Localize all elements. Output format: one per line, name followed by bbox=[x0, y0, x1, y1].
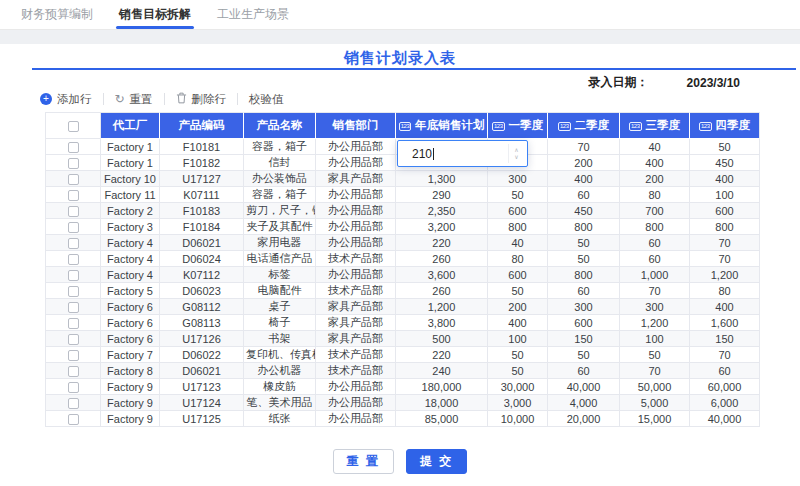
cell-code[interactable]: K07112 bbox=[160, 267, 244, 283]
cell-annual[interactable]: 1,300 bbox=[396, 171, 488, 187]
cell-q2[interactable]: 800 bbox=[548, 267, 620, 283]
cell-name[interactable]: 办公装饰品 bbox=[244, 171, 316, 187]
cell-name[interactable]: 标签 bbox=[244, 267, 316, 283]
cell-dept[interactable]: 办公用品部 bbox=[316, 411, 396, 427]
cell-q3[interactable]: 60 bbox=[620, 251, 690, 267]
row-checkbox[interactable] bbox=[68, 414, 79, 425]
cell-name[interactable]: 椅子 bbox=[244, 315, 316, 331]
row-checkbox[interactable] bbox=[68, 190, 79, 201]
number-stepper[interactable]: ∧ ∨ bbox=[508, 144, 524, 163]
cell-dept[interactable]: 家具产品部 bbox=[316, 331, 396, 347]
cell-q4[interactable]: 70 bbox=[690, 235, 760, 251]
cell-q2[interactable]: 60 bbox=[548, 283, 620, 299]
row-checkbox[interactable] bbox=[68, 286, 79, 297]
cell-q4[interactable]: 400 bbox=[690, 171, 760, 187]
cell-q4[interactable]: 1,200 bbox=[690, 267, 760, 283]
stepper-down-icon[interactable]: ∨ bbox=[514, 154, 518, 160]
cell-dept[interactable]: 技术产品部 bbox=[316, 283, 396, 299]
cell-q3[interactable]: 800 bbox=[620, 219, 690, 235]
row-checkbox[interactable] bbox=[68, 398, 79, 409]
cell-q4[interactable]: 6,000 bbox=[690, 395, 760, 411]
row-checkbox[interactable] bbox=[68, 302, 79, 313]
cell-code[interactable]: D06021 bbox=[160, 235, 244, 251]
cell-factory[interactable]: Factory 9 bbox=[101, 411, 160, 427]
row-checkbox[interactable] bbox=[68, 238, 79, 249]
cell-q2[interactable]: 50 bbox=[548, 347, 620, 363]
cell-factory[interactable]: Factory 9 bbox=[101, 395, 160, 411]
cell-q3[interactable]: 70 bbox=[620, 283, 690, 299]
cell-code[interactable]: F10181 bbox=[160, 139, 244, 155]
cell-q2[interactable]: 60 bbox=[548, 187, 620, 203]
cell-factory[interactable]: Factory 7 bbox=[101, 347, 160, 363]
cell-q1[interactable]: 200 bbox=[488, 299, 548, 315]
cell-name[interactable]: 复印机、传真机 bbox=[244, 347, 316, 363]
cell-q3[interactable]: 1,000 bbox=[620, 267, 690, 283]
stepper-up-icon[interactable]: ∧ bbox=[514, 147, 518, 153]
cell-name[interactable]: 夹子及其配件 bbox=[244, 219, 316, 235]
cell-dept[interactable]: 办公用品部 bbox=[316, 379, 396, 395]
cell-code[interactable]: U17123 bbox=[160, 379, 244, 395]
cell-factory[interactable]: Factory 11 bbox=[101, 187, 160, 203]
cell-q1[interactable]: 100 bbox=[488, 331, 548, 347]
row-checkbox[interactable] bbox=[68, 366, 79, 377]
cell-annual[interactable]: 180,000 bbox=[396, 379, 488, 395]
cell-dept[interactable]: 办公用品部 bbox=[316, 219, 396, 235]
cell-annual[interactable]: 18,000 bbox=[396, 395, 488, 411]
cell-dept[interactable]: 办公用品部 bbox=[316, 187, 396, 203]
tab-工业生产场景[interactable]: 工业生产场景 bbox=[204, 0, 302, 29]
cell-factory[interactable]: Factory 8 bbox=[101, 363, 160, 379]
cell-q3[interactable]: 80 bbox=[620, 187, 690, 203]
delete-row-button[interactable]: 删除行 bbox=[176, 92, 227, 107]
cell-q2[interactable]: 60 bbox=[548, 363, 620, 379]
cell-name[interactable]: 书架 bbox=[244, 331, 316, 347]
cell-q4[interactable]: 50 bbox=[690, 139, 760, 155]
cell-name[interactable]: 桌子 bbox=[244, 299, 316, 315]
cell-q2[interactable]: 200 bbox=[548, 155, 620, 171]
cell-q4[interactable]: 60 bbox=[690, 363, 760, 379]
cell-annual[interactable]: 3,200 bbox=[396, 219, 488, 235]
cell-dept[interactable]: 家具产品部 bbox=[316, 299, 396, 315]
cell-factory[interactable]: Factory 4 bbox=[101, 251, 160, 267]
annual-plan-cell-editor[interactable]: 210 ∧ ∨ bbox=[397, 140, 528, 167]
cell-factory[interactable]: Factory 5 bbox=[101, 283, 160, 299]
cell-q3[interactable]: 50,000 bbox=[620, 379, 690, 395]
cell-q4[interactable]: 600 bbox=[690, 203, 760, 219]
cell-q1[interactable]: 30,000 bbox=[488, 379, 548, 395]
cell-annual[interactable]: 220 bbox=[396, 235, 488, 251]
cell-q3[interactable]: 100 bbox=[620, 331, 690, 347]
cell-annual[interactable]: 220 bbox=[396, 347, 488, 363]
cell-q1[interactable]: 3,000 bbox=[488, 395, 548, 411]
cell-q3[interactable]: 1,200 bbox=[620, 315, 690, 331]
select-all-checkbox[interactable] bbox=[68, 121, 79, 132]
cell-name[interactable]: 剪刀，尺子，锯 bbox=[244, 203, 316, 219]
cell-annual[interactable]: 2,350 bbox=[396, 203, 488, 219]
cell-annual[interactable]: 500 bbox=[396, 331, 488, 347]
row-checkbox[interactable] bbox=[68, 382, 79, 393]
cell-dept[interactable]: 技术产品部 bbox=[316, 251, 396, 267]
cell-q4[interactable]: 800 bbox=[690, 219, 760, 235]
cell-dept[interactable]: 技术产品部 bbox=[316, 363, 396, 379]
submit-button[interactable]: 提 交 bbox=[406, 449, 467, 474]
cell-q3[interactable]: 700 bbox=[620, 203, 690, 219]
row-checkbox[interactable] bbox=[68, 206, 79, 217]
cell-code[interactable]: D06023 bbox=[160, 283, 244, 299]
cell-dept[interactable]: 办公用品部 bbox=[316, 267, 396, 283]
cell-q2[interactable]: 400 bbox=[548, 171, 620, 187]
row-checkbox[interactable] bbox=[68, 222, 79, 233]
cell-q3[interactable]: 60 bbox=[620, 235, 690, 251]
cell-annual[interactable]: 3,600 bbox=[396, 267, 488, 283]
cell-q2[interactable]: 600 bbox=[548, 315, 620, 331]
cell-q2[interactable]: 4,000 bbox=[548, 395, 620, 411]
cell-code[interactable]: U17125 bbox=[160, 411, 244, 427]
cell-factory[interactable]: Factory 6 bbox=[101, 315, 160, 331]
cell-annual[interactable]: 85,000 bbox=[396, 411, 488, 427]
cell-q2[interactable]: 70 bbox=[548, 139, 620, 155]
row-checkbox[interactable] bbox=[68, 174, 79, 185]
cell-q1[interactable]: 40 bbox=[488, 235, 548, 251]
cell-dept[interactable]: 办公用品部 bbox=[316, 203, 396, 219]
cell-q3[interactable]: 300 bbox=[620, 299, 690, 315]
cell-factory[interactable]: Factory 6 bbox=[101, 299, 160, 315]
tab-销售目标拆解[interactable]: 销售目标拆解 bbox=[106, 0, 204, 29]
cell-code[interactable]: D06022 bbox=[160, 347, 244, 363]
cell-annual[interactable]: 240 bbox=[396, 363, 488, 379]
